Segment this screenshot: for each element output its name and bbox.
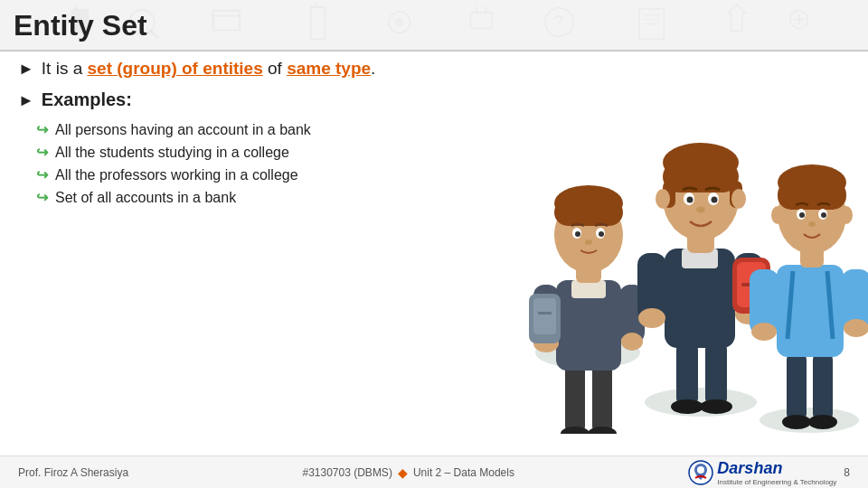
svg-rect-24 — [592, 361, 612, 434]
svg-rect-23 — [565, 361, 585, 434]
svg-point-41 — [585, 239, 592, 245]
footer: Prof. Firoz A Sherasiya #3130703 (DBMS) … — [0, 455, 868, 488]
svg-point-26 — [588, 427, 617, 434]
page-number: 8 — [844, 466, 850, 479]
svg-rect-85 — [778, 181, 846, 210]
svg-rect-77 — [777, 265, 844, 357]
darshan-name: Darshan — [717, 459, 836, 478]
main-point-2: ► Examples: — [18, 89, 452, 110]
footer-center: #3130703 (DBMS) ◆ Unit 2 – Data Models — [302, 465, 514, 480]
characters-svg — [479, 45, 868, 434]
svg-point-39 — [575, 231, 580, 237]
footer-right: Darshan Institute of Engineering & Techn… — [688, 459, 850, 486]
svg-point-67 — [656, 189, 670, 209]
svg-point-68 — [731, 189, 746, 209]
content-area: ► It is a set (group) of entities of sam… — [18, 59, 452, 211]
svg-rect-74 — [813, 352, 833, 421]
svg-point-92 — [840, 206, 853, 224]
list-item: ↪ All persons having an account in a ban… — [36, 121, 452, 138]
svg-rect-43 — [533, 298, 556, 334]
highlight-type: same type — [287, 59, 371, 78]
svg-point-25 — [561, 427, 590, 434]
svg-rect-44 — [538, 312, 552, 314]
svg-rect-36 — [554, 199, 623, 226]
footer-unit: Unit 2 – Data Models — [413, 466, 514, 479]
examples-label: Examples: — [42, 89, 132, 110]
svg-point-64 — [687, 197, 693, 203]
sub-item-text-1: All persons having an account in a bank — [55, 122, 311, 138]
arrow-icon-2: ► — [18, 91, 34, 110]
svg-point-88 — [799, 212, 805, 218]
svg-rect-46 — [676, 342, 698, 407]
characters-illustration — [479, 45, 868, 434]
svg-point-49 — [700, 399, 732, 414]
footer-code: #3130703 (DBMS) — [302, 466, 392, 479]
sub-item-text-4: Set of all accounts in a bank — [55, 190, 236, 206]
svg-point-76 — [808, 415, 837, 429]
svg-point-90 — [808, 221, 816, 227]
footer-separator: ◆ — [398, 465, 408, 480]
sub-item-text-3: All the professors working in a college — [55, 167, 298, 183]
svg-point-80 — [751, 323, 777, 341]
sub-arrow-3: ↪ — [36, 166, 48, 183]
svg-point-65 — [712, 197, 718, 203]
arrow-icon-1: ► — [18, 60, 34, 79]
svg-rect-73 — [787, 352, 807, 421]
svg-point-54 — [638, 308, 665, 328]
svg-point-89 — [821, 212, 826, 218]
svg-rect-4 — [213, 11, 240, 31]
sub-arrow-1: ↪ — [36, 121, 48, 138]
sub-list: ↪ All persons having an account in a ban… — [36, 121, 452, 206]
svg-rect-47 — [705, 342, 727, 407]
sub-arrow-4: ↪ — [36, 189, 48, 206]
svg-point-48 — [671, 399, 703, 414]
darshan-logo: Darshan Institute of Engineering & Techn… — [688, 459, 836, 486]
svg-rect-6 — [311, 7, 326, 39]
darshan-logo-icon — [688, 460, 713, 485]
svg-text:?: ? — [555, 14, 563, 29]
list-item: ↪ Set of all accounts in a bank — [36, 189, 452, 206]
character-3 — [750, 164, 868, 433]
main-point-1: ► It is a set (group) of entities of sam… — [18, 59, 452, 79]
sub-item-text-2: All the students studying in a college — [55, 145, 289, 161]
sub-arrow-2: ↪ — [36, 144, 48, 161]
footer-author: Prof. Firoz A Sherasiya — [18, 466, 128, 479]
slide: ? Entity Set ► It is a set (group) of en… — [0, 0, 868, 488]
title-divider — [0, 50, 868, 52]
svg-rect-10 — [470, 13, 492, 29]
svg-point-96 — [697, 466, 704, 474]
page-title: Entity Set — [14, 5, 147, 46]
svg-point-45 — [645, 388, 757, 417]
svg-point-32 — [621, 333, 643, 351]
darshan-text-group: Darshan Institute of Engineering & Techn… — [717, 459, 836, 486]
svg-point-75 — [782, 415, 811, 429]
svg-point-9 — [395, 18, 404, 27]
character-1 — [529, 185, 645, 434]
svg-line-3 — [150, 30, 158, 38]
point1-text: It is a set (group) of entities of same … — [42, 59, 376, 79]
darshan-tagline: Institute of Engineering & Technology — [717, 478, 836, 486]
list-item: ↪ All the students studying in a college — [36, 144, 452, 161]
highlight-group: set (group) of entities — [88, 59, 263, 78]
svg-point-66 — [696, 207, 705, 213]
list-item: ↪ All the professors working in a colleg… — [36, 166, 452, 183]
svg-point-81 — [844, 319, 868, 337]
svg-point-91 — [771, 206, 784, 224]
svg-point-40 — [599, 231, 604, 237]
